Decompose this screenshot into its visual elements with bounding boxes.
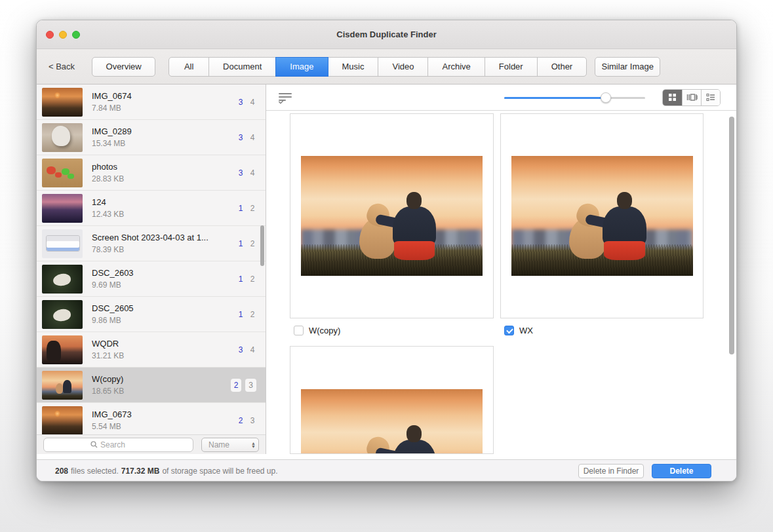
selected-count: 1 [237, 239, 245, 248]
overview-button[interactable]: Overview [92, 57, 155, 77]
file-name: 124 [92, 197, 237, 207]
photo-dog [359, 204, 395, 259]
list-item[interactable]: photos 28.83 KB 3 4 [37, 155, 266, 191]
duplicate-photo [301, 389, 483, 454]
file-name: WQDR [92, 339, 237, 349]
slider-track[interactable] [504, 97, 645, 99]
search-field[interactable] [43, 438, 193, 452]
duplicate-cell: WX [500, 113, 704, 346]
file-thumbnail [42, 88, 83, 117]
list-item[interactable]: DSC_2605 9.86 MB 1 2 [37, 297, 266, 332]
file-name: IMG_0289 [92, 126, 237, 136]
file-type-tabs: All Document Image Music Video Archive F… [168, 57, 587, 77]
total-count: 3 [245, 379, 256, 392]
file-size: 31.21 KB [92, 351, 237, 360]
list-view-button[interactable] [701, 90, 720, 105]
list-item[interactable]: Screen Shot 2023-04-03 at 1... 78.39 KB … [37, 226, 266, 261]
file-thumbnail [42, 123, 83, 152]
file-size: 78.39 KB [92, 245, 237, 254]
list-item[interactable]: IMG_0289 15.34 MB 3 4 [37, 120, 266, 155]
photo-man [602, 192, 647, 260]
app-window: Cisdem Duplicate Finder < Back Overview … [36, 20, 737, 482]
list-item[interactable]: WQDR 31.21 KB 3 4 [37, 332, 266, 368]
delete-in-finder-button[interactable]: Delete in Finder [578, 464, 644, 478]
duplicate-cell: W(copy) [290, 113, 494, 346]
file-name: photos [92, 162, 237, 172]
duplicate-file-list: IMG_0674 7.84 MB 3 4 IMG_0289 15.34 MB [37, 85, 266, 434]
sidebar-scrollbar[interactable] [260, 225, 264, 266]
grid-view-button[interactable] [663, 90, 682, 105]
tab-all[interactable]: All [168, 57, 209, 77]
zoom-button[interactable] [72, 31, 80, 39]
file-thumbnail [42, 229, 83, 258]
duplicate-checkbox[interactable] [294, 326, 304, 335]
tab-other[interactable]: Other [537, 57, 587, 77]
list-item[interactable]: 124 12.43 KB 1 2 [37, 191, 266, 226]
view-mode-segmented-control [662, 89, 721, 106]
status-bar: 208files selected.717.32 MBof storage sp… [37, 459, 736, 482]
sidebar: IMG_0674 7.84 MB 3 4 IMG_0289 15.34 MB [37, 85, 266, 454]
file-size: 9.86 MB [92, 316, 237, 325]
file-name: IMG_0674 [92, 91, 237, 101]
slider-fill [504, 97, 606, 99]
delete-button[interactable]: Delete [652, 464, 711, 478]
selected-count: 3 [237, 345, 245, 354]
sort-by-select[interactable]: Name ▲▼ [201, 438, 259, 452]
selected-count: 3 [237, 133, 245, 142]
space-freed-text: of storage space will be freed up. [162, 466, 277, 476]
file-name: DSC_2605 [92, 303, 237, 313]
selection-status-text: 208files selected.717.32 MBof storage sp… [55, 466, 281, 476]
total-count: 2 [248, 310, 256, 319]
selected-count: 2 [237, 416, 245, 425]
tab-music[interactable]: Music [328, 57, 379, 77]
main-scrollbar[interactable] [729, 117, 734, 354]
grid-view-icon [668, 93, 677, 102]
space-freed-value: 717.32 MB [121, 466, 160, 476]
file-size: 12.43 KB [92, 210, 237, 219]
preview-view-button[interactable] [682, 90, 701, 105]
file-thumbnail [42, 406, 83, 435]
duplicate-photo [301, 156, 483, 276]
list-item[interactable]: DSC_2603 9.69 MB 1 2 [37, 261, 266, 297]
minimize-button[interactable] [59, 31, 67, 39]
window-title: Cisdem Duplicate Finder [336, 29, 436, 39]
file-thumbnail [42, 335, 83, 364]
preview-view-icon [686, 93, 698, 102]
selected-count: 1 [237, 204, 245, 213]
select-list-icon[interactable] [279, 92, 293, 103]
duplicate-card-partial[interactable] [290, 346, 494, 454]
sidebar-search-row: Name ▲▼ [37, 434, 266, 454]
file-name: Screen Shot 2023-04-03 at 1... [92, 233, 237, 242]
duplicate-card[interactable] [500, 113, 704, 318]
photo-man [392, 425, 437, 454]
similar-image-button[interactable]: Similar Image [595, 57, 660, 77]
selected-count: 1 [237, 275, 245, 284]
close-button[interactable] [46, 31, 54, 39]
list-item[interactable]: IMG_0674 7.84 MB 3 4 [37, 85, 266, 120]
tab-video[interactable]: Video [378, 57, 428, 77]
duplicate-card[interactable] [290, 113, 494, 318]
traffic-lights [46, 31, 80, 39]
slider-knob[interactable] [601, 92, 611, 103]
duplicate-label: W(copy) [309, 326, 340, 335]
total-count: 3 [248, 416, 256, 425]
file-size: 7.84 MB [92, 104, 237, 113]
file-size: 18.65 KB [92, 387, 231, 396]
stepper-arrows-icon: ▲▼ [251, 442, 256, 448]
file-name: W(copy) [92, 374, 231, 384]
thumbnail-size-slider[interactable] [504, 92, 645, 103]
search-input[interactable] [100, 440, 146, 449]
tab-image[interactable]: Image [275, 57, 328, 77]
duplicate-photo [511, 156, 693, 276]
back-button[interactable]: < Back [49, 62, 75, 71]
list-item[interactable]: IMG_0673 5.54 MB 2 3 [37, 403, 266, 434]
file-thumbnail [42, 265, 83, 294]
tab-document[interactable]: Document [208, 57, 276, 77]
duplicate-checkbox-checked[interactable] [504, 326, 514, 335]
selected-count: 3 [237, 98, 245, 107]
content-area: IMG_0674 7.84 MB 3 4 IMG_0289 15.34 MB [37, 85, 736, 454]
list-item-selected[interactable]: W(copy) 18.65 KB 2 3 [37, 368, 266, 403]
tab-folder[interactable]: Folder [485, 57, 538, 77]
file-thumbnail [42, 300, 83, 329]
tab-archive[interactable]: Archive [427, 57, 485, 77]
